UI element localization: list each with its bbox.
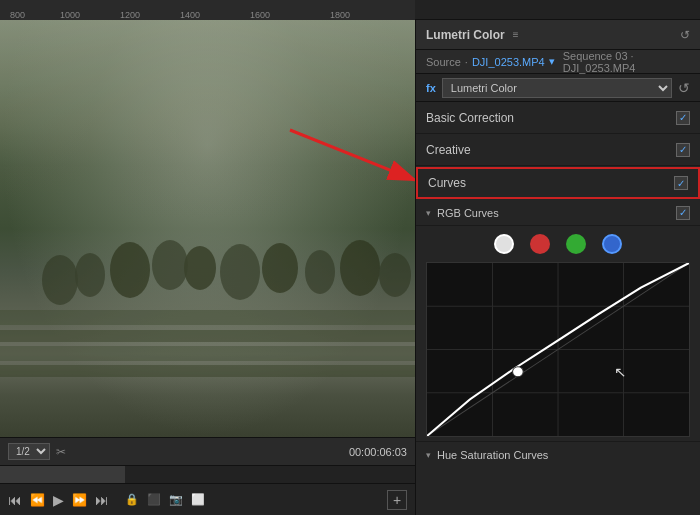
panel-header: Lumetri Color ≡ ↺	[416, 20, 700, 50]
channel-buttons	[416, 226, 700, 262]
ruler-tick: 800	[10, 10, 25, 20]
lumetri-panel: Lumetri Color ≡ ↺ Source · DJI_0253.MP4 …	[415, 20, 700, 515]
creative-section[interactable]: Creative	[416, 134, 700, 166]
settings-icon: ⬜	[191, 493, 205, 506]
rgb-curves-chevron: ▾	[426, 208, 431, 218]
ruler-bar: 800 1000 1200 1400 1600 1800	[0, 0, 700, 20]
hue-sat-label: Hue Saturation Curves	[437, 449, 548, 461]
scrubber-fill	[0, 466, 125, 483]
source-sep: ·	[465, 56, 468, 68]
video-controls: 1/2 ✂ 00:00:06:03	[0, 437, 415, 465]
ruler-tick: 1200	[120, 10, 140, 20]
add-button[interactable]: +	[387, 490, 407, 510]
step-back-button[interactable]: ⏮	[8, 492, 22, 508]
creative-label: Creative	[426, 143, 471, 157]
source-sequence: Sequence 03 · DJI_0253.MP4	[563, 50, 690, 74]
ruler-content: 800 1000 1200 1400 1600 1800	[0, 0, 415, 20]
fx-reset-icon[interactable]: ↺	[678, 80, 690, 96]
fx-row: fx Lumetri Color ↺	[416, 74, 700, 102]
svg-text:↖: ↖	[614, 364, 626, 379]
video-viewport	[0, 20, 415, 437]
panel-menu-icon[interactable]: ≡	[513, 29, 519, 40]
source-dropdown-icon[interactable]: ▾	[549, 55, 555, 68]
scale-select[interactable]: 1/2	[8, 443, 50, 460]
fast-forward-button[interactable]: ⏩	[72, 493, 87, 507]
lock-icon: 🔒	[125, 493, 139, 506]
red-channel-button[interactable]	[530, 234, 550, 254]
rgb-curves-checkbox[interactable]	[676, 206, 690, 220]
ruler-tick: 1000	[60, 10, 80, 20]
svg-point-2	[110, 242, 150, 298]
curves-checkbox[interactable]	[674, 176, 688, 190]
basic-correction-checkbox[interactable]	[676, 111, 690, 125]
source-filename[interactable]: DJI_0253.MP4	[472, 56, 545, 68]
transport-bar: ⏮ ⏪ ▶ ⏩ ⏭ 🔒 ⬛ 📷 ⬜ +	[0, 483, 415, 515]
source-row: Source · DJI_0253.MP4 ▾ Sequence 03 · DJ…	[416, 50, 700, 74]
svg-rect-11	[0, 330, 415, 342]
panel-reset-icon[interactable]: ↺	[680, 28, 690, 42]
play-button[interactable]: ▶	[53, 492, 64, 508]
video-image	[0, 20, 415, 437]
svg-rect-10	[0, 310, 415, 325]
svg-point-5	[220, 244, 260, 300]
scissors-icon: ✂	[56, 445, 66, 459]
basic-correction-section[interactable]: Basic Correction	[416, 102, 700, 134]
hue-sat-curves-header[interactable]: ▾ Hue Saturation Curves	[416, 441, 700, 467]
curves-graph[interactable]: ↖	[426, 262, 690, 437]
svg-rect-13	[0, 365, 415, 377]
svg-point-0	[42, 255, 78, 305]
white-channel-button[interactable]	[494, 234, 514, 254]
video-panel: 1/2 ✂ 00:00:06:03 ⏮ ⏪ ▶ ⏩ ⏭ 🔒 ⬛ 📷 ⬜ +	[0, 20, 415, 515]
svg-point-9	[379, 253, 411, 297]
svg-point-1	[75, 253, 105, 297]
timecode-display: 00:00:06:03	[349, 446, 407, 458]
creative-checkbox[interactable]	[676, 143, 690, 157]
ruler-tick: 1400	[180, 10, 200, 20]
curves-section[interactable]: Curves	[416, 167, 700, 199]
rgb-curves-label: RGB Curves	[437, 207, 499, 219]
rewind-button[interactable]: ⏪	[30, 493, 45, 507]
ruler-tick: 1600	[250, 10, 270, 20]
rgb-curves-header[interactable]: ▾ RGB Curves	[416, 200, 700, 226]
fx-label: fx	[426, 82, 436, 94]
camera-icon: 📷	[169, 493, 183, 506]
main-content: 1/2 ✂ 00:00:06:03 ⏮ ⏪ ▶ ⏩ ⏭ 🔒 ⬛ 📷 ⬜ + Lu…	[0, 20, 700, 515]
step-forward-button[interactable]: ⏭	[95, 492, 109, 508]
ruler-tick: 1800	[330, 10, 350, 20]
svg-point-3	[152, 240, 188, 290]
source-label: Source	[426, 56, 461, 68]
panel-title: Lumetri Color	[426, 28, 505, 42]
svg-point-4	[184, 246, 216, 290]
svg-point-7	[305, 250, 335, 294]
blue-channel-button[interactable]	[602, 234, 622, 254]
svg-rect-14	[0, 20, 415, 220]
svg-rect-12	[0, 346, 415, 361]
svg-point-24	[513, 367, 524, 377]
hue-sat-chevron: ▾	[426, 450, 431, 460]
basic-correction-label: Basic Correction	[426, 111, 514, 125]
svg-point-6	[262, 243, 298, 293]
export-icon: ⬛	[147, 493, 161, 506]
green-channel-button[interactable]	[566, 234, 586, 254]
timeline-scrubber[interactable]	[0, 465, 415, 483]
svg-point-8	[340, 240, 380, 296]
fx-effect-select[interactable]: Lumetri Color	[442, 78, 672, 98]
curves-label: Curves	[428, 176, 466, 190]
